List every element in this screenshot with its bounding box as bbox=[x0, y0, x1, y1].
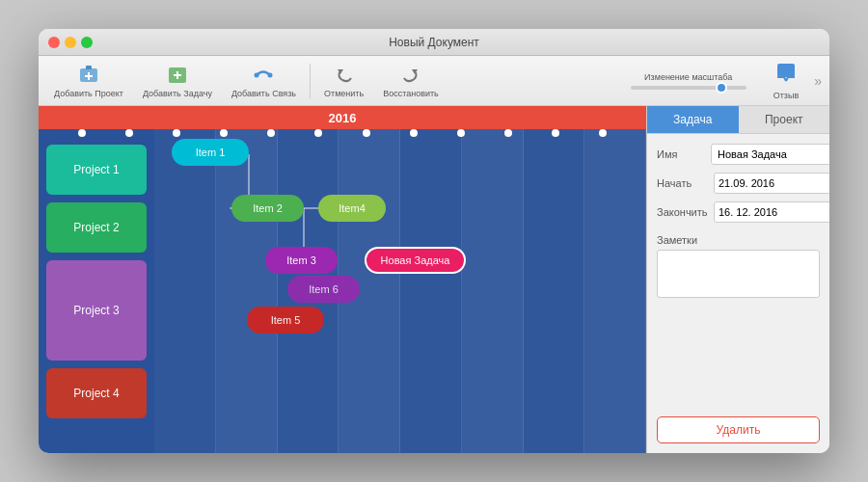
tab-project[interactable]: Проект bbox=[739, 106, 830, 133]
scale-thumb[interactable] bbox=[716, 82, 727, 94]
project-item-3[interactable]: Project 3 bbox=[46, 260, 147, 361]
scale-label: Изменение масштаба bbox=[644, 72, 732, 82]
svg-line-14 bbox=[786, 77, 788, 81]
panel-tabs: Задача Проект bbox=[647, 106, 829, 134]
scale-control: Изменение масштаба bbox=[631, 72, 746, 90]
main-window: Новый Документ Добавить Проект bbox=[39, 29, 829, 453]
toolbar-sep bbox=[310, 64, 311, 98]
scale-slider[interactable] bbox=[631, 86, 746, 90]
task-item-7[interactable]: Новая Задача bbox=[365, 247, 466, 274]
svg-point-7 bbox=[255, 72, 259, 77]
task-label-7: Новая Задача bbox=[381, 254, 450, 266]
minimize-button[interactable] bbox=[65, 37, 76, 48]
toolbar: Добавить Проект Добавить Задачу Добави bbox=[39, 56, 829, 106]
task-item-6[interactable]: Item 6 bbox=[287, 276, 360, 303]
svg-rect-1 bbox=[86, 66, 92, 69]
svg-rect-11 bbox=[777, 64, 795, 77]
task-item-2[interactable]: Item 2 bbox=[231, 195, 304, 222]
titlebar: Новый Документ bbox=[39, 29, 829, 56]
task-label-5: Item 5 bbox=[271, 314, 301, 326]
project-label-3: Project 3 bbox=[73, 304, 119, 317]
add-project-button[interactable]: Добавить Проект bbox=[46, 60, 131, 102]
task-label-3: Item 3 bbox=[286, 254, 316, 266]
col-1 bbox=[154, 129, 216, 453]
col-5 bbox=[400, 129, 462, 453]
task-item-3[interactable]: Item 3 bbox=[265, 247, 338, 274]
task-item-5[interactable]: Item 5 bbox=[247, 307, 324, 334]
notes-section: Заметки bbox=[657, 234, 820, 302]
undo-button[interactable]: Отменить bbox=[316, 60, 371, 102]
project-label-2: Project 2 bbox=[73, 221, 119, 234]
tab-task[interactable]: Задача bbox=[647, 106, 739, 133]
project-item-1[interactable]: Project 1 bbox=[46, 145, 147, 195]
redo-button[interactable]: Восстановить bbox=[375, 60, 447, 102]
notes-label: Заметки bbox=[657, 234, 820, 246]
task-item-1[interactable]: Item 1 bbox=[172, 139, 249, 166]
add-task-icon bbox=[166, 64, 189, 87]
add-project-label: Добавить Проект bbox=[54, 89, 123, 98]
traffic-lights bbox=[48, 37, 93, 48]
col-6 bbox=[462, 129, 524, 453]
notes-input[interactable] bbox=[657, 250, 820, 298]
end-label: Закончить bbox=[657, 206, 710, 218]
end-date-input[interactable] bbox=[714, 201, 829, 223]
maximize-button[interactable] bbox=[81, 37, 93, 48]
project-item-4[interactable]: Project 4 bbox=[46, 368, 147, 418]
window-title: Новый Документ bbox=[389, 36, 479, 49]
task-label-1: Item 1 bbox=[196, 147, 226, 158]
start-label: Начать bbox=[657, 177, 710, 189]
add-task-button[interactable]: Добавить Задачу bbox=[135, 60, 220, 102]
year-label: 2016 bbox=[329, 111, 357, 125]
project-label-1: Project 1 bbox=[73, 163, 119, 176]
project-item-2[interactable]: Project 2 bbox=[46, 202, 147, 253]
col-7 bbox=[524, 129, 585, 453]
add-task-label: Добавить Задачу bbox=[143, 89, 212, 98]
review-button[interactable]: Отзыв bbox=[766, 57, 807, 104]
name-field-row: Имя bbox=[657, 144, 820, 165]
gantt-body: Project 1 Project 2 Project 3 Project 4 bbox=[39, 129, 646, 453]
add-link-label: Добавить Связь bbox=[231, 89, 296, 98]
gantt-chart[interactable]: Item 1 Item 2 Item 3 Item4 Item 5 bbox=[154, 129, 646, 453]
add-project-icon bbox=[77, 64, 100, 87]
right-panel: Задача Проект Имя Начать bbox=[646, 106, 829, 453]
undo-icon bbox=[333, 64, 356, 87]
task-item-4[interactable]: Item4 bbox=[318, 195, 386, 222]
task-label-2: Item 2 bbox=[253, 202, 283, 214]
name-label: Имя bbox=[657, 148, 705, 160]
col-8 bbox=[584, 129, 646, 453]
undo-label: Отменить bbox=[324, 89, 364, 98]
panel-content: Имя Начать Закончить bbox=[647, 134, 829, 416]
redo-icon bbox=[399, 64, 422, 87]
task-label-6: Item 6 bbox=[309, 283, 339, 295]
delete-button[interactable]: Удалить bbox=[657, 416, 820, 443]
name-input[interactable] bbox=[711, 144, 829, 165]
svg-point-8 bbox=[268, 72, 273, 77]
year-header: 2016 bbox=[39, 106, 646, 129]
gantt-columns bbox=[154, 129, 646, 453]
main-content: 2016 bbox=[39, 106, 829, 453]
redo-label: Восстановить bbox=[383, 89, 439, 98]
add-link-button[interactable]: Добавить Связь bbox=[224, 60, 304, 102]
close-button[interactable] bbox=[48, 37, 60, 48]
gantt-area: 2016 bbox=[39, 106, 646, 453]
task-label-4: Item4 bbox=[339, 202, 366, 214]
overflow-icon[interactable]: » bbox=[814, 73, 822, 89]
project-list: Project 1 Project 2 Project 3 Project 4 bbox=[39, 129, 154, 453]
col-2 bbox=[216, 129, 278, 453]
start-date-row: Начать bbox=[657, 173, 820, 194]
review-label: Отзыв bbox=[773, 91, 800, 100]
project-label-4: Project 4 bbox=[73, 387, 119, 400]
end-date-row: Закончить bbox=[657, 201, 820, 223]
add-link-icon bbox=[252, 64, 275, 87]
start-date-input[interactable] bbox=[714, 173, 829, 194]
review-icon bbox=[774, 61, 798, 89]
